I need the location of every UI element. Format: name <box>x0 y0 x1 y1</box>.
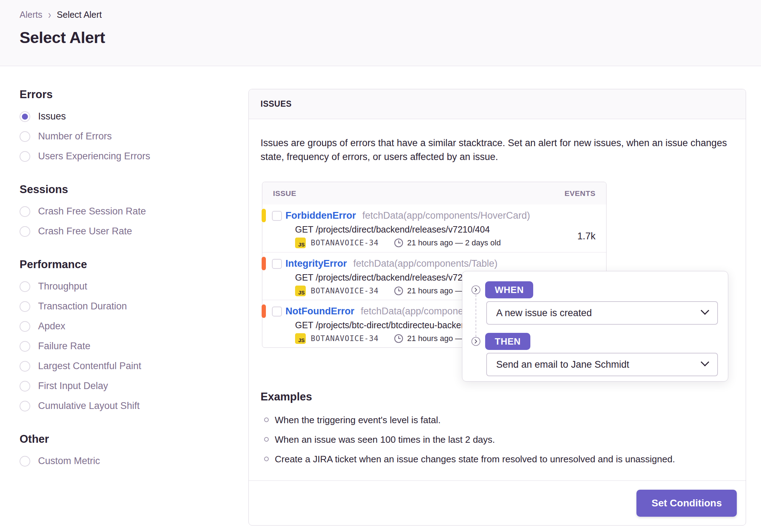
chevron-down-icon <box>700 306 709 315</box>
sidebar-item-crash-free-user-rate[interactable]: Crash Free User Rate <box>20 226 230 237</box>
issue-culprit: fetchData(app/components/Table) <box>353 258 498 269</box>
sidebar-item-users-experiencing-errors[interactable]: Users Experiencing Errors <box>20 151 230 162</box>
examples-list: When the triggering event's level is fat… <box>261 415 734 465</box>
chevron-right-icon: › <box>48 8 51 22</box>
radio-label: Custom Metric <box>38 456 100 467</box>
issues-table-header: ISSUE EVENTS <box>262 182 606 204</box>
set-conditions-button[interactable]: Set Conditions <box>636 490 737 517</box>
issue-title-link[interactable]: ForbiddenError <box>285 210 356 221</box>
radio-icon[interactable] <box>20 341 30 352</box>
issue-checkbox[interactable] <box>272 307 282 316</box>
radio-icon[interactable] <box>20 151 30 162</box>
sidebar-item-number-of-errors[interactable]: Number of Errors <box>20 131 230 142</box>
issue-checkbox[interactable] <box>272 211 282 221</box>
group-heading-other: Other <box>20 433 230 446</box>
when-condition-value: A new issue is created <box>496 308 592 319</box>
group-other: Other Custom Metric <box>20 433 230 467</box>
radio-icon[interactable] <box>20 226 30 237</box>
javascript-platform-icon: JS <box>295 333 306 344</box>
radio-label: Issues <box>38 111 66 122</box>
radio-icon[interactable] <box>20 381 30 392</box>
radio-icon[interactable] <box>20 206 30 217</box>
then-action-select[interactable]: Send an email to Jane Schmidt <box>486 353 718 376</box>
when-then-popup: WHEN A new issue is created THEN Send an… <box>462 271 728 382</box>
then-action-value: Send an email to Jane Schmidt <box>496 359 629 370</box>
breadcrumb-current: Select Alert <box>57 10 102 20</box>
sidebar-item-issues[interactable]: Issues <box>20 111 230 122</box>
radio-label: Users Experiencing Errors <box>38 151 150 162</box>
radio-icon[interactable] <box>20 361 30 372</box>
issue-title-link[interactable]: NotFoundError <box>285 306 354 317</box>
issue-title-link[interactable]: IntegrityError <box>285 258 347 269</box>
example-item: When the triggering event's level is fat… <box>261 415 734 426</box>
clock-icon <box>394 286 404 296</box>
panel-footer: Set Conditions <box>249 480 746 525</box>
connector-dashed-line <box>476 295 476 337</box>
group-heading-sessions: Sessions <box>20 183 230 196</box>
sidebar-item-apdex[interactable]: Apdex <box>20 321 230 332</box>
issue-short-id: BOTANAVOICE-34 <box>311 239 379 247</box>
issue-meta: JS BOTANAVOICE-34 21 hours ago — 2 days … <box>295 238 606 248</box>
radio-label: Failure Rate <box>38 341 90 352</box>
radio-label: Cumulative Layout Shift <box>38 400 140 411</box>
clock-icon <box>394 238 404 248</box>
radio-icon[interactable] <box>20 321 30 332</box>
chevron-right-circle-icon <box>471 336 481 346</box>
alert-type-sidebar: Errors Issues Number of Errors Users Exp… <box>20 88 230 475</box>
radio-label: Crash Free Session Rate <box>38 206 146 217</box>
radio-icon[interactable] <box>20 131 30 142</box>
radio-icon[interactable] <box>20 281 30 292</box>
breadcrumb-alerts[interactable]: Alerts <box>20 10 42 20</box>
chevron-down-icon <box>700 358 709 366</box>
sidebar-item-first-input-delay[interactable]: First Input Delay <box>20 381 230 392</box>
radio-label: Largest Contentful Paint <box>38 361 141 372</box>
javascript-platform-icon: JS <box>295 238 306 248</box>
column-issue: ISSUE <box>273 189 296 198</box>
radio-label: Transaction Duration <box>38 301 127 312</box>
sidebar-item-failure-rate[interactable]: Failure Rate <box>20 341 230 352</box>
examples-heading: Examples <box>261 390 734 403</box>
level-indicator-error <box>262 257 266 270</box>
issues-panel-title: ISSUES <box>261 99 292 109</box>
issue-culprit: fetchData(app/component <box>361 306 471 317</box>
radio-label: Throughput <box>38 281 87 292</box>
chevron-right-circle-icon <box>471 285 481 295</box>
radio-label: Apdex <box>38 321 65 332</box>
page-header: Alerts › Select Alert Select Alert <box>0 0 761 66</box>
issue-age: 21 hours ago — 2 days old <box>407 238 501 248</box>
example-item: When an issue was seen 100 times in the … <box>261 434 734 445</box>
javascript-platform-icon: JS <box>295 286 306 296</box>
column-events: EVENTS <box>565 189 595 198</box>
sidebar-item-largest-contentful-paint[interactable]: Largest Contentful Paint <box>20 361 230 372</box>
radio-label: Crash Free User Rate <box>38 226 132 237</box>
group-errors: Errors Issues Number of Errors Users Exp… <box>20 88 230 162</box>
group-heading-performance: Performance <box>20 258 230 271</box>
level-indicator-warning <box>262 209 266 222</box>
issue-transaction: GET /projects/direct/backend/releases/v7… <box>295 224 606 235</box>
issues-description: Issues are groups of errors that have a … <box>261 136 734 164</box>
sidebar-item-custom-metric[interactable]: Custom Metric <box>20 456 230 467</box>
sidebar-item-throughput[interactable]: Throughput <box>20 281 230 292</box>
issue-short-id: BOTANAVOICE-34 <box>311 287 379 295</box>
issue-culprit: fetchData(app/components/HoverCard) <box>362 210 530 221</box>
group-performance: Performance Throughput Transaction Durat… <box>20 258 230 411</box>
issue-checkbox[interactable] <box>272 259 282 269</box>
when-badge: WHEN <box>485 281 533 298</box>
issue-events-count: 1.7k <box>577 231 595 242</box>
group-sessions: Sessions Crash Free Session Rate Crash F… <box>20 183 230 237</box>
radio-label: Number of Errors <box>38 131 112 142</box>
radio-label: First Input Delay <box>38 381 108 392</box>
issues-panel-header: ISSUES <box>249 89 746 119</box>
when-condition-select[interactable]: A new issue is created <box>486 301 718 325</box>
radio-icon[interactable] <box>20 456 30 467</box>
level-indicator-error <box>262 304 266 318</box>
page-title: Select Alert <box>20 28 105 47</box>
radio-selected-icon[interactable] <box>20 111 30 122</box>
clock-icon <box>394 334 404 344</box>
sidebar-item-crash-free-session-rate[interactable]: Crash Free Session Rate <box>20 206 230 217</box>
radio-icon[interactable] <box>20 401 30 411</box>
sidebar-item-cumulative-layout-shift[interactable]: Cumulative Layout Shift <box>20 400 230 411</box>
radio-icon[interactable] <box>20 301 30 312</box>
sidebar-item-transaction-duration[interactable]: Transaction Duration <box>20 301 230 312</box>
group-heading-errors: Errors <box>20 88 230 101</box>
